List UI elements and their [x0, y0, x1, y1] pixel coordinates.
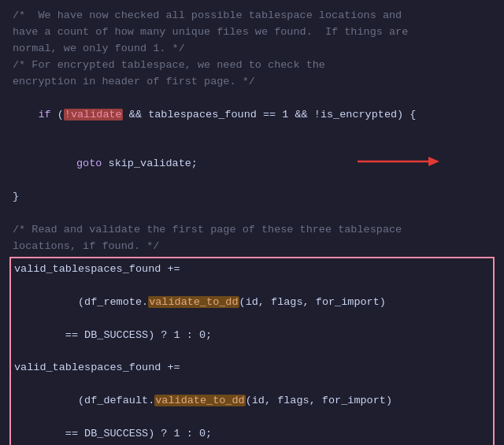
goto-line: goto skip_validate; [13, 139, 198, 189]
block1-prefix: (df_remote. [53, 296, 149, 308]
comment-line-7: locations, if found. */ [13, 239, 491, 255]
block1-args: (id, flags, for_import) [239, 296, 386, 308]
block2-line3: == DB_SUCCESS) ? 1 : 0; [14, 426, 490, 443]
comment-line-1: /* We have now checked all possible tabl… [13, 8, 491, 24]
block2-line2: (df_default.validate_to_dd(id, flags, fo… [14, 376, 490, 426]
highlighted-code-block: valid_tablespaces_found += (df_remote.va… [9, 257, 495, 445]
comment-line-6: /* Read and validate the first page of t… [13, 222, 491, 239]
comment-line-4: /* For encrypted tablespace, we need to … [13, 57, 491, 74]
goto-line-container: goto skip_validate; [13, 139, 491, 189]
block2-line1: valid_tablespaces_found += [14, 360, 490, 376]
comment-line-5: encryption in header of first page. */ [13, 74, 491, 91]
goto-target: skip_validate; [109, 158, 198, 169]
code-editor: /* We have now checked all possible tabl… [0, 0, 504, 445]
svg-marker-1 [428, 157, 439, 166]
block2-func: validate_to_dd [154, 395, 245, 406]
validate-highlight: !validate [64, 109, 123, 121]
if-keyword: if [38, 109, 50, 121]
goto-keyword: goto [76, 158, 102, 169]
comment-line-2: have a count of how many unique files we… [13, 24, 491, 41]
block1-line2: (df_remote.validate_to_dd(id, flags, for… [14, 278, 490, 328]
block2-prefix: (df_default. [53, 395, 155, 406]
comment-line-3: normal, we only found 1. */ [13, 41, 491, 57]
block2-args: (id, flags, for_import) [246, 395, 392, 406]
close-brace: } [13, 189, 491, 206]
if-statement-line: if (!validate && tablespaces_found == 1 … [13, 91, 491, 140]
if-condition: && tablespaces_found == 1 && !is_encrypt… [123, 109, 417, 121]
red-arrow-icon [350, 153, 444, 176]
block1-line1: valid_tablespaces_found += [14, 261, 490, 278]
block1-line3: == DB_SUCCESS) ? 1 : 0; [14, 328, 490, 344]
block1-func: validate_to_dd [148, 296, 239, 308]
